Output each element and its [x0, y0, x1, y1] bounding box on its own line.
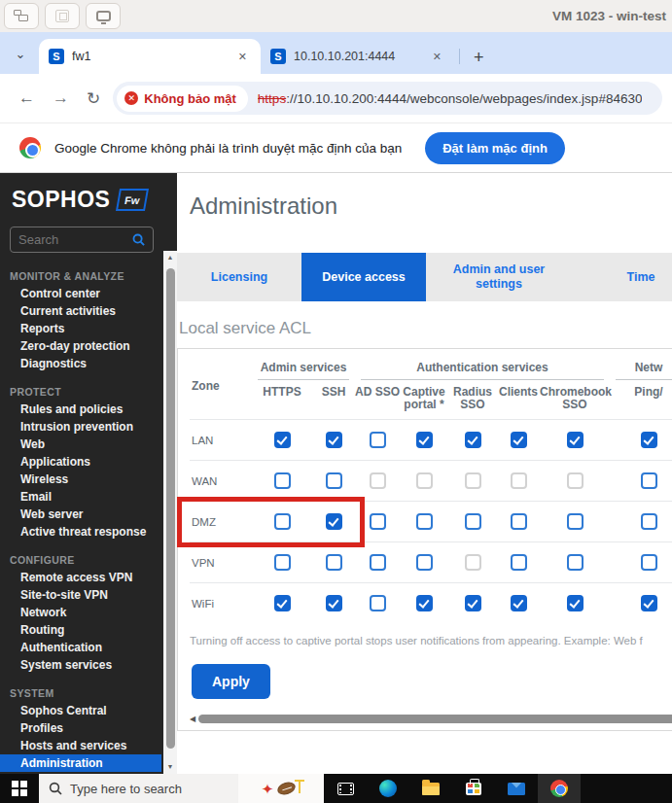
start-button[interactable] — [0, 774, 39, 803]
horizontal-scrollbar[interactable]: ◀ — [190, 713, 672, 724]
scrollbar-thumb[interactable] — [166, 268, 175, 749]
sidebar-item-reports[interactable]: Reports — [0, 320, 161, 337]
checkbox-vpn-https[interactable] — [274, 554, 291, 571]
search-input[interactable] — [18, 232, 132, 247]
sidebar-item-routing[interactable]: Routing — [0, 621, 161, 639]
scroll-left-icon[interactable]: ◀ — [190, 715, 195, 723]
security-chip[interactable]: ✕ Không bảo mật — [117, 86, 248, 112]
checkbox-lan-ssh[interactable] — [326, 432, 342, 448]
taskbar-search[interactable]: Type here to search — [39, 774, 238, 803]
checkbox-wifi-ping[interactable] — [641, 595, 657, 611]
sidebar-item-network[interactable]: Network — [0, 604, 161, 621]
checkbox-vpn-ping[interactable] — [641, 554, 657, 571]
sidebar-search[interactable] — [10, 227, 154, 253]
scroll-up-icon[interactable]: ▲ — [163, 251, 177, 264]
sidebar-item-intrusion-prevention[interactable]: Intrusion prevention — [0, 418, 161, 436]
sidebar-section-label: MONITOR & ANALYZE — [0, 257, 161, 285]
checkbox-dmz-ad-sso[interactable] — [370, 513, 386, 530]
vm-monitor-button[interactable] — [86, 3, 121, 29]
browser-tab-201[interactable]: S 10.10.10.201:4444 ✕ — [261, 39, 455, 74]
reload-icon[interactable]: ↻ — [78, 88, 109, 109]
sidebar-item-sophos-central[interactable]: Sophos Central — [0, 702, 161, 719]
tab-admin-and-user-settings[interactable]: Admin and user settings — [426, 253, 572, 301]
checkbox-lan-ping[interactable] — [641, 432, 657, 448]
tab-search-chevron-icon[interactable]: ⌄ — [8, 41, 33, 66]
sidebar-item-wireless[interactable]: Wireless — [0, 471, 161, 488]
sidebar-item-diagnostics[interactable]: Diagnostics — [0, 355, 161, 372]
chrome-button[interactable] — [538, 774, 581, 803]
close-icon[interactable]: ✕ — [234, 49, 251, 65]
sidebar-item-system-services[interactable]: System services — [0, 656, 161, 674]
edge-button[interactable] — [367, 774, 409, 803]
checkbox-dmz-https[interactable] — [274, 513, 291, 530]
scrollbar-track[interactable] — [198, 715, 672, 723]
store-button[interactable] — [452, 774, 495, 803]
news-widget-button[interactable]: ✦ — [238, 774, 324, 803]
scrollbar-thumb[interactable] — [198, 715, 672, 723]
tab-licensing[interactable]: Licensing — [177, 253, 301, 301]
checkbox-lan-clients[interactable] — [511, 432, 527, 448]
checkbox-lan-chromebook-sso[interactable] — [567, 432, 584, 448]
sidebar-item-authentication[interactable]: Authentication — [0, 639, 161, 656]
checkbox-wan-https[interactable] — [274, 472, 291, 489]
checkbox-lan-ad-sso[interactable] — [370, 432, 386, 448]
checkbox-wifi-ad-sso[interactable] — [370, 595, 386, 611]
checkbox-dmz-ping[interactable] — [641, 513, 657, 530]
sidebar-item-rules-and-policies[interactable]: Rules and policies — [0, 401, 161, 418]
back-icon[interactable]: ← — [10, 88, 44, 108]
checkbox-wan-ssh[interactable] — [326, 472, 342, 489]
sidebar-item-administration[interactable]: Administration — [0, 754, 161, 772]
close-icon[interactable]: ✕ — [429, 49, 445, 65]
sidebar-item-current-activities[interactable]: Current activities — [0, 302, 161, 320]
task-view-button[interactable] — [324, 774, 367, 803]
checkbox-wifi-captive-portal[interactable] — [416, 595, 433, 611]
sidebar-item-active-threat-response[interactable]: Active threat response — [0, 523, 161, 541]
scroll-down-icon[interactable]: ▼ — [163, 760, 177, 774]
apply-button[interactable]: Apply — [192, 664, 270, 699]
checkbox-dmz-captive-portal[interactable] — [416, 513, 433, 530]
search-icon — [49, 782, 62, 795]
forward-icon[interactable]: → — [44, 88, 78, 108]
vm-clipboard-button[interactable] — [45, 3, 80, 29]
checkbox-wifi-clients[interactable] — [511, 595, 527, 611]
file-explorer-button[interactable] — [409, 774, 452, 803]
sidebar-item-site-to-site-vpn[interactable]: Site-to-site VPN — [0, 586, 161, 604]
checkbox-wan-ping[interactable] — [641, 472, 657, 489]
checkbox-vpn-chromebook-sso[interactable] — [567, 554, 584, 571]
sidebar-item-profiles[interactable]: Profiles — [0, 719, 161, 737]
checkbox-wifi-chromebook-sso[interactable] — [567, 595, 584, 611]
sidebar-scrollbar[interactable]: ▲ ▼ — [163, 251, 177, 774]
checkbox-lan-captive-portal[interactable] — [416, 432, 433, 448]
checkbox-wifi-radius-sso[interactable] — [465, 595, 481, 611]
new-tab-button[interactable]: + — [468, 48, 490, 68]
checkbox-dmz-clients[interactable] — [511, 513, 527, 530]
sidebar-item-applications[interactable]: Applications — [0, 453, 161, 471]
mail-button[interactable] — [495, 774, 538, 803]
sidebar-item-backup-firmware[interactable]: Backup & firmware — [0, 772, 161, 774]
tab-device-access[interactable]: Device access — [301, 253, 426, 301]
vm-layout-button[interactable] — [4, 3, 39, 29]
tab-time[interactable]: Time — [572, 253, 672, 301]
sidebar-item-web[interactable]: Web — [0, 436, 161, 453]
checkbox-dmz-ssh[interactable] — [326, 513, 342, 530]
sidebar-item-web-server[interactable]: Web server — [0, 506, 161, 523]
sidebar-item-email[interactable]: Email — [0, 488, 161, 506]
sidebar-item-remote-access-vpn[interactable]: Remote access VPN — [0, 569, 161, 586]
checkbox-wifi-https[interactable] — [274, 595, 291, 611]
browser-tab-fw1[interactable]: S fw1 ✕ — [39, 39, 261, 74]
checkbox-dmz-radius-sso[interactable] — [465, 513, 481, 530]
checkbox-dmz-chromebook-sso[interactable] — [567, 513, 584, 530]
sidebar-item-hosts-and-services[interactable]: Hosts and services — [0, 737, 161, 754]
checkbox-vpn-captive-portal[interactable] — [416, 554, 433, 571]
checkbox-lan-https[interactable] — [274, 432, 291, 448]
set-default-button[interactable]: Đặt làm mặc định — [425, 132, 565, 164]
checkbox-vpn-ad-sso[interactable] — [370, 554, 386, 571]
checkbox-wifi-ssh[interactable] — [326, 595, 342, 611]
checkbox-vpn-ssh[interactable] — [326, 554, 342, 571]
checkbox-vpn-clients[interactable] — [511, 554, 527, 571]
checkbox-lan-radius-sso[interactable] — [465, 432, 481, 448]
sidebar-item-control-center[interactable]: Control center — [0, 285, 161, 302]
address-bar[interactable]: ✕ Không bảo mật https://10.10.10.200:444… — [113, 82, 662, 115]
sidebar-item-zero-day-protection[interactable]: Zero-day protection — [0, 337, 161, 355]
zone-label: WiFi — [190, 583, 252, 623]
